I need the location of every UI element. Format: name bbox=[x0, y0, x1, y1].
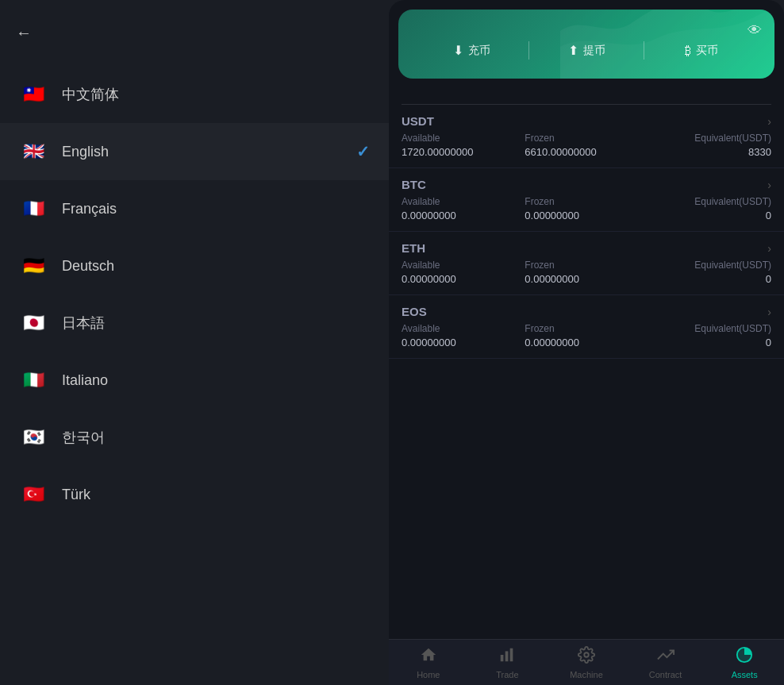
flag-fr: 🇫🇷 bbox=[19, 194, 48, 223]
nav-item-assets[interactable]: Assets bbox=[705, 640, 784, 685]
lang-item-en[interactable]: 🇬🇧 English ✓ bbox=[0, 123, 389, 180]
available-col-usdt: Available 1720.00000000 bbox=[402, 133, 525, 158]
buy-crypto-button[interactable]: ₿ 买币 bbox=[644, 38, 759, 63]
available-label-eos: Available bbox=[402, 323, 525, 334]
asset-row-eos[interactable]: EOS › Available 0.00000000 Frozen 0.0000… bbox=[389, 295, 784, 359]
svg-rect-2 bbox=[510, 648, 513, 661]
nav-item-contract[interactable]: Contract bbox=[626, 640, 705, 685]
flag-ja: 🇯🇵 bbox=[19, 309, 48, 337]
asset-symbol-eth: ETH bbox=[402, 241, 425, 255]
equiv-value-eth: 0 bbox=[648, 273, 771, 285]
svg-point-3 bbox=[584, 652, 589, 657]
nav-label-trade: Trade bbox=[496, 670, 518, 679]
language-list: 🇹🇼 中文简体 🇬🇧 English ✓ 🇫🇷 Français 🇩🇪 Deut… bbox=[0, 66, 389, 669]
deposit-button[interactable]: ⬇ 充币 bbox=[414, 38, 528, 63]
asset-cols-eth: Available 0.00000000 Frozen 0.00000000 E… bbox=[402, 260, 771, 285]
available-value-usdt: 1720.00000000 bbox=[402, 146, 525, 158]
lang-name-it: Italiano bbox=[62, 372, 108, 389]
flag-en: 🇬🇧 bbox=[19, 137, 48, 166]
lang-item-zh[interactable]: 🇹🇼 中文简体 bbox=[0, 66, 389, 123]
frozen-label-usdt: Frozen bbox=[525, 133, 648, 144]
language-selection-panel: ← 🇹🇼 中文简体 🇬🇧 English ✓ 🇫🇷 Français 🇩🇪 De… bbox=[0, 0, 389, 685]
asset-row-header-eos: EOS › bbox=[402, 305, 771, 318]
flag-ko: 🇰🇷 bbox=[19, 423, 48, 452]
frozen-value-eth: 0.00000000 bbox=[525, 273, 648, 285]
asset-actions: ⬇ 充币 ⬆ 提币 ₿ 买币 bbox=[414, 38, 759, 63]
lang-item-de[interactable]: 🇩🇪 Deutsch bbox=[0, 237, 389, 294]
available-value-btc: 0.00000000 bbox=[402, 210, 525, 221]
lang-item-ja[interactable]: 🇯🇵 日本語 bbox=[0, 294, 389, 352]
lang-item-tr[interactable]: 🇹🇷 Türk bbox=[0, 466, 389, 523]
asset-card: 👁 ⬇ 充币 ⬆ 提币 ₿ 买币 bbox=[398, 10, 774, 79]
back-button[interactable]: ← bbox=[16, 24, 32, 42]
equiv-col-btc: Equivalent(USDT) 0 bbox=[648, 196, 771, 221]
chevron-icon-usdt: › bbox=[767, 115, 771, 128]
chevron-icon-btc: › bbox=[767, 179, 771, 191]
frozen-value-btc: 0.00000000 bbox=[525, 210, 648, 221]
equiv-value-btc: 0 bbox=[648, 210, 771, 221]
frozen-col-btc: Frozen 0.00000000 bbox=[525, 196, 648, 221]
nav-icon-contract bbox=[657, 646, 674, 668]
equiv-label-eth: Equivalent(USDT) bbox=[648, 260, 771, 271]
equiv-col-eos: Equivalent(USDT) 0 bbox=[648, 323, 771, 348]
svg-rect-0 bbox=[501, 655, 504, 661]
chevron-icon-eos: › bbox=[767, 306, 771, 318]
lang-name-en: English bbox=[62, 144, 109, 160]
frozen-value-eos: 0.00000000 bbox=[525, 337, 648, 348]
withdraw-icon: ⬆ bbox=[568, 43, 578, 58]
asset-symbol-usdt: USDT bbox=[402, 114, 434, 128]
nav-item-machine[interactable]: Machine bbox=[547, 640, 626, 685]
asset-row-eth[interactable]: ETH › Available 0.00000000 Frozen 0.0000… bbox=[389, 232, 784, 295]
available-value-eth: 0.00000000 bbox=[402, 273, 525, 285]
asset-list-header bbox=[389, 79, 784, 104]
lang-name-ko: 한국어 bbox=[62, 428, 105, 447]
asset-symbol-eos: EOS bbox=[402, 305, 427, 318]
equiv-label-btc: Equivalent(USDT) bbox=[648, 196, 771, 207]
lang-item-fr[interactable]: 🇫🇷 Français bbox=[0, 180, 389, 237]
nav-icon-assets bbox=[736, 646, 753, 668]
nav-label-assets: Assets bbox=[732, 670, 758, 679]
lang-item-it[interactable]: 🇮🇹 Italiano bbox=[0, 352, 389, 409]
nav-item-trade[interactable]: Trade bbox=[468, 640, 548, 685]
frozen-label-eth: Frozen bbox=[525, 260, 648, 271]
flag-de: 🇩🇪 bbox=[19, 252, 48, 280]
lang-name-zh: 中文简体 bbox=[62, 85, 119, 104]
frozen-label-btc: Frozen bbox=[525, 196, 648, 207]
nav-label-contract: Contract bbox=[649, 670, 682, 679]
frozen-col-usdt: Frozen 6610.00000000 bbox=[525, 133, 648, 158]
lang-name-ja: 日本語 bbox=[62, 314, 105, 333]
lang-item-ko[interactable]: 🇰🇷 한국어 bbox=[0, 409, 389, 466]
nav-item-home[interactable]: Home bbox=[389, 640, 468, 685]
buy-crypto-icon: ₿ bbox=[685, 44, 691, 58]
left-header: ← bbox=[0, 16, 389, 66]
available-value-eos: 0.00000000 bbox=[402, 337, 525, 348]
asset-cols-btc: Available 0.00000000 Frozen 0.00000000 E… bbox=[402, 196, 771, 221]
asset-row-header-btc: BTC › bbox=[402, 178, 771, 191]
equiv-col-eth: Equivalent(USDT) 0 bbox=[648, 260, 771, 285]
asset-cols-usdt: Available 1720.00000000 Frozen 6610.0000… bbox=[402, 133, 771, 158]
frozen-col-eth: Frozen 0.00000000 bbox=[525, 260, 648, 285]
frozen-value-usdt: 6610.00000000 bbox=[525, 146, 648, 158]
withdraw-button[interactable]: ⬆ 提币 bbox=[529, 38, 644, 63]
available-col-eos: Available 0.00000000 bbox=[402, 323, 525, 348]
asset-row-header-usdt: USDT › bbox=[402, 114, 771, 128]
flag-zh: 🇹🇼 bbox=[19, 80, 48, 109]
buy-crypto-label: 买币 bbox=[696, 44, 718, 58]
asset-row-header-eth: ETH › bbox=[402, 241, 771, 255]
chevron-icon-eth: › bbox=[767, 242, 771, 255]
available-label-eth: Available bbox=[402, 260, 525, 271]
available-label-btc: Available bbox=[402, 196, 525, 207]
equiv-value-eos: 0 bbox=[648, 337, 771, 348]
assets-panel: 👁 ⬇ 充币 ⬆ 提币 ₿ 买币 USDT bbox=[389, 0, 784, 685]
frozen-col-eos: Frozen 0.00000000 bbox=[525, 323, 648, 348]
asset-row-usdt[interactable]: USDT › Available 1720.00000000 Frozen 66… bbox=[389, 105, 784, 168]
nav-icon-home bbox=[420, 646, 437, 668]
eye-icon[interactable]: 👁 bbox=[747, 22, 762, 39]
lang-name-fr: Français bbox=[62, 201, 117, 217]
equiv-label-usdt: Equivalent(USDT) bbox=[648, 133, 771, 144]
flag-it: 🇮🇹 bbox=[19, 366, 48, 394]
asset-row-btc[interactable]: BTC › Available 0.00000000 Frozen 0.0000… bbox=[389, 168, 784, 232]
check-icon: ✓ bbox=[356, 142, 370, 161]
available-col-eth: Available 0.00000000 bbox=[402, 260, 525, 285]
lang-name-de: Deutsch bbox=[62, 258, 114, 275]
